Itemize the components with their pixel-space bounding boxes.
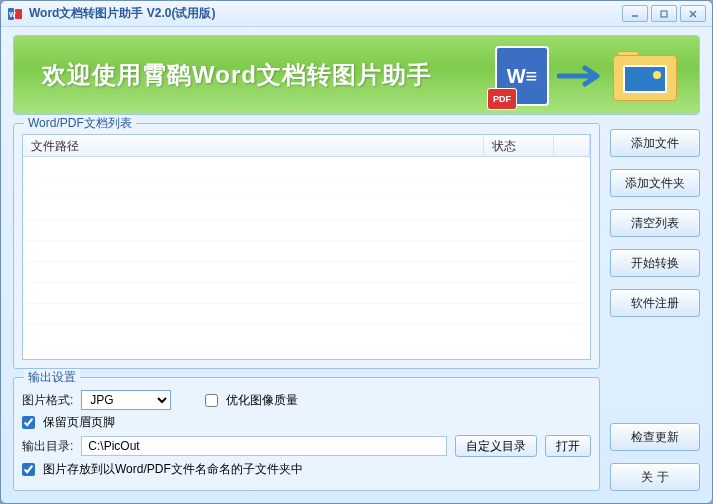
optimize-checkbox[interactable] <box>205 394 218 407</box>
minimize-button[interactable] <box>622 5 648 22</box>
filelist-group: Word/PDF文档列表 文件路径 状态 <box>13 123 600 369</box>
subfolder-row: 图片存放到以Word/PDF文件名命名的子文件夹中 <box>22 461 591 478</box>
col-status-header[interactable]: 状态 <box>484 135 554 156</box>
banner-icons: PDF <box>495 46 677 106</box>
about-button[interactable]: 关 于 <box>610 463 700 491</box>
filelist-legend: Word/PDF文档列表 <box>24 115 136 132</box>
dir-row: 输出目录: 自定义目录 打开 <box>22 435 591 457</box>
window-controls <box>622 5 706 22</box>
arrow-icon <box>557 66 605 86</box>
subfolder-label: 图片存放到以Word/PDF文件名命名的子文件夹中 <box>43 461 303 478</box>
side-button-column: 添加文件 添加文件夹 清空列表 开始转换 软件注册 检查更新 关 于 <box>610 123 700 491</box>
app-icon: W <box>7 6 23 22</box>
register-button[interactable]: 软件注册 <box>610 289 700 317</box>
svg-rect-4 <box>661 11 667 17</box>
output-group: 输出设置 图片格式: JPG 优化图像质量 保留页眉页脚 输出目录: <box>13 377 600 491</box>
clear-list-button[interactable]: 清空列表 <box>610 209 700 237</box>
optimize-label: 优化图像质量 <box>226 392 298 409</box>
output-dir-input[interactable] <box>81 436 447 456</box>
file-table[interactable]: 文件路径 状态 <box>22 134 591 360</box>
subfolder-checkbox[interactable] <box>22 463 35 476</box>
svg-text:W: W <box>9 11 16 18</box>
add-folder-button[interactable]: 添加文件夹 <box>610 169 700 197</box>
output-legend: 输出设置 <box>24 369 80 386</box>
col-path-header[interactable]: 文件路径 <box>23 135 484 156</box>
banner: 欢迎使用霄鹞Word文档转图片助手 PDF <box>13 35 700 115</box>
maximize-button[interactable] <box>651 5 677 22</box>
svg-rect-1 <box>15 9 22 19</box>
format-select[interactable]: JPG <box>81 390 171 410</box>
custom-dir-button[interactable]: 自定义目录 <box>455 435 537 457</box>
word-icon: PDF <box>495 46 549 106</box>
dir-label: 输出目录: <box>22 438 73 455</box>
format-row: 图片格式: JPG 优化图像质量 <box>22 390 591 410</box>
close-button[interactable] <box>680 5 706 22</box>
pdf-icon: PDF <box>487 88 517 110</box>
body-area: Word/PDF文档列表 文件路径 状态 输出设置 图片格式: JPG <box>1 123 712 503</box>
window-title: Word文档转图片助手 V2.0(试用版) <box>29 5 622 22</box>
format-label: 图片格式: <box>22 392 73 409</box>
check-update-button[interactable]: 检查更新 <box>610 423 700 451</box>
col-spacer-header <box>554 135 590 156</box>
keep-header-footer-label: 保留页眉页脚 <box>43 414 115 431</box>
titlebar: W Word文档转图片助手 V2.0(试用版) <box>1 1 712 27</box>
add-file-button[interactable]: 添加文件 <box>610 129 700 157</box>
banner-text: 欢迎使用霄鹞Word文档转图片助手 <box>42 59 432 91</box>
file-table-header: 文件路径 状态 <box>23 135 590 157</box>
start-convert-button[interactable]: 开始转换 <box>610 249 700 277</box>
left-column: Word/PDF文档列表 文件路径 状态 输出设置 图片格式: JPG <box>13 123 600 491</box>
keep-header-footer-checkbox[interactable] <box>22 416 35 429</box>
main-window: W Word文档转图片助手 V2.0(试用版) 欢迎使用霄鹞Word文档转图片助… <box>0 0 713 504</box>
header-footer-row: 保留页眉页脚 <box>22 414 591 431</box>
file-table-body[interactable] <box>23 157 590 359</box>
folder-image-icon <box>613 51 677 101</box>
open-dir-button[interactable]: 打开 <box>545 435 591 457</box>
